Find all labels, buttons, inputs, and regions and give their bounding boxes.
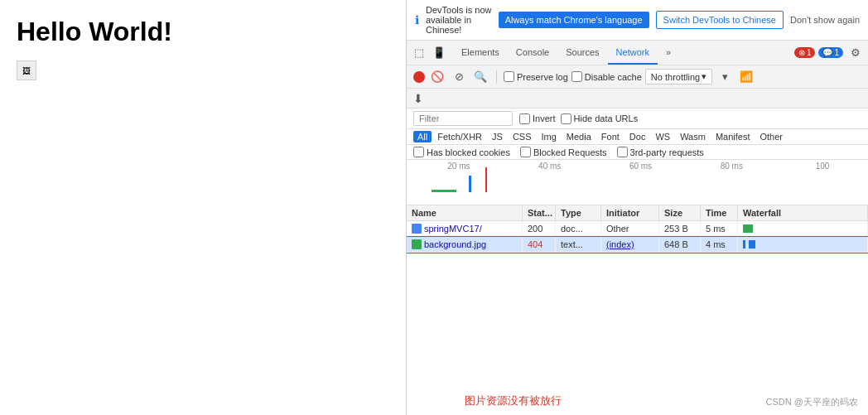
error-icon: ⊗ — [798, 48, 805, 57]
type-filter-other[interactable]: Other — [755, 131, 787, 142]
cell-initiator: Other — [601, 221, 659, 236]
timeline-bar-blue — [469, 176, 471, 192]
table-header-size: Size — [659, 205, 701, 220]
chevron-down-icon: ▾ — [702, 71, 706, 82]
table-header-waterfall: Waterfall — [738, 205, 868, 220]
cell-status: 404 — [523, 237, 556, 252]
type-filter-js[interactable]: JS — [488, 131, 507, 142]
search-icon[interactable]: 🔍 — [471, 68, 489, 86]
cell-time: 4 ms — [701, 237, 738, 252]
type-filter-bar: AllFetch/XHRJSCSSImgMediaFontDocWSWasmMa… — [407, 129, 868, 145]
waterfall-bar-green — [743, 224, 753, 233]
invert-checkbox[interactable]: Invert — [519, 113, 556, 124]
wifi-icon[interactable]: 📶 — [737, 68, 755, 86]
type-filter-doc[interactable]: Doc — [625, 131, 650, 142]
table-header-type: Type — [556, 205, 601, 220]
message-icon: 💬 — [822, 48, 832, 57]
timeline-label-100: 100 — [777, 162, 868, 171]
table-header-name: Name — [407, 205, 523, 220]
filter-bar: Invert Hide data URLs — [407, 109, 868, 129]
info-badge: 💬 1 — [818, 47, 843, 58]
devtools-icons-right: ⊗ 1 💬 1 ⚙ — [794, 44, 865, 62]
blocked-cookies-filter[interactable]: Has blocked cookies — [413, 147, 510, 157]
tab-console[interactable]: Console — [508, 41, 557, 65]
checkbox-filter-bar: Has blocked cookies Blocked Requests 3rd… — [407, 145, 868, 160]
network-toolbar: 🚫 ⊘ 🔍 Preserve log Disable cache No thro… — [407, 65, 868, 89]
devtools-icons-left: ⬚ 📱 — [410, 44, 448, 62]
table-row[interactable]: background.jpg404text...(index)648 B4 ms — [407, 237, 868, 253]
blocked-requests-input[interactable] — [520, 147, 531, 157]
waterfall-bar-blue — [743, 240, 745, 249]
timeline-bar-green — [432, 190, 456, 192]
third-party-filter[interactable]: 3rd-party requests — [617, 147, 704, 157]
timeline-label-40: 40 ms — [504, 162, 596, 171]
type-filter-ws[interactable]: WS — [651, 131, 674, 142]
invert-input[interactable] — [519, 113, 530, 124]
timeline-area: 20 ms 40 ms 60 ms 80 ms 100 — [407, 160, 868, 205]
watermark: CSDN @天平座的码农 — [766, 396, 858, 408]
tab-sources[interactable]: Sources — [557, 41, 607, 65]
filter-input[interactable] — [413, 111, 513, 126]
cell-time: 5 ms — [701, 221, 738, 236]
cell-size: 648 B — [659, 237, 701, 252]
table-body: springMVC17/200doc...Other253 B5 msbackg… — [407, 221, 868, 253]
type-filter-all[interactable]: All — [413, 131, 432, 142]
switch-chinese-button[interactable]: Switch DevTools to Chinese — [656, 11, 784, 29]
notification-text: DevTools is now available in Chinese! — [426, 5, 492, 35]
cell-name: background.jpg — [407, 237, 523, 252]
devtools-panel: ℹ DevTools is now available in Chinese! … — [406, 0, 868, 415]
blocked-requests-filter[interactable]: Blocked Requests — [520, 147, 607, 157]
throttling-selector[interactable]: No throttling ▾ — [645, 69, 712, 84]
preserve-log-checkbox[interactable]: Preserve log — [504, 71, 568, 82]
cell-type: doc... — [556, 221, 601, 236]
filter-options: Invert Hide data URLs — [519, 113, 638, 124]
error-badge: ⊗ 1 — [794, 47, 816, 58]
timeline-bar-red — [485, 167, 487, 192]
separator — [496, 70, 497, 84]
download-icon[interactable]: ⬇ — [413, 92, 423, 105]
filter-icon[interactable]: ⊘ — [450, 68, 468, 86]
third-party-input[interactable] — [617, 147, 628, 157]
clear-icon[interactable]: 🚫 — [428, 68, 446, 86]
broken-image: 🖼 — [17, 60, 36, 80]
tab-network[interactable]: Network — [608, 41, 658, 65]
type-filter-font[interactable]: Font — [597, 131, 624, 142]
type-filter-css[interactable]: CSS — [509, 131, 536, 142]
tabs-bar: ⬚ 📱 Elements Console Sources Network » ⊗… — [407, 41, 868, 65]
match-language-button[interactable]: Always match Chrome's language — [499, 12, 649, 28]
type-filter-manifest[interactable]: Manifest — [711, 131, 755, 142]
tab-more[interactable]: » — [658, 41, 679, 65]
dont-show-button[interactable]: Don't show again — [790, 15, 860, 25]
type-filter-img[interactable]: Img — [538, 131, 561, 142]
info-icon: ℹ — [415, 13, 419, 27]
device-icon[interactable]: 📱 — [430, 44, 448, 62]
hide-data-urls-checkbox[interactable]: Hide data URLs — [561, 113, 639, 124]
blocked-cookies-input[interactable] — [413, 147, 424, 157]
throttling-settings-icon[interactable]: ▾ — [716, 68, 734, 86]
cell-size: 253 B — [659, 221, 701, 236]
network-table: NameStat...TypeInitiatorSizeTimeWaterfal… — [407, 205, 868, 384]
table-row[interactable]: springMVC17/200doc...Other253 B5 ms — [407, 221, 868, 237]
settings-icon[interactable]: ⚙ — [846, 44, 865, 62]
table-header-stat---: Stat... — [523, 205, 556, 220]
hide-data-urls-input[interactable] — [561, 113, 571, 124]
notification-bar: ℹ DevTools is now available in Chinese! … — [407, 0, 868, 41]
type-filter-wasm[interactable]: Wasm — [676, 131, 710, 142]
cell-type: text... — [556, 237, 601, 252]
disable-cache-checkbox[interactable]: Disable cache — [571, 71, 642, 82]
cell-initiator[interactable]: (index) — [601, 237, 659, 252]
record-button[interactable] — [413, 71, 425, 83]
timeline-label-20: 20 ms — [413, 162, 504, 171]
timeline-label-80: 80 ms — [686, 162, 777, 171]
toolbar-secondary: ⬇ — [407, 89, 868, 109]
table-header-time: Time — [701, 205, 738, 220]
preserve-log-input[interactable] — [504, 71, 514, 82]
type-filter-media[interactable]: Media — [562, 131, 596, 142]
type-filter-fetch/xhr[interactable]: Fetch/XHR — [433, 131, 486, 142]
doc-icon — [412, 224, 422, 234]
cell-waterfall — [738, 237, 868, 252]
tab-elements[interactable]: Elements — [453, 41, 508, 65]
cell-waterfall — [738, 221, 868, 236]
disable-cache-input[interactable] — [571, 71, 582, 82]
inspect-icon[interactable]: ⬚ — [410, 44, 428, 62]
